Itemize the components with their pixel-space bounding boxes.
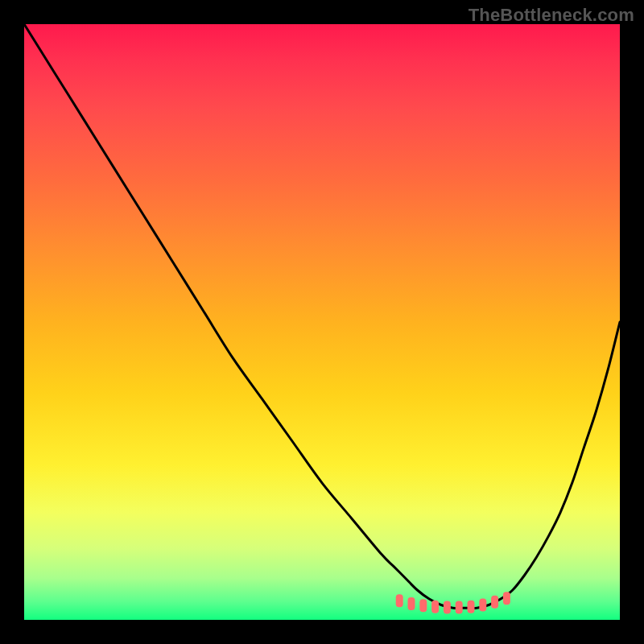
chart-frame: TheBottleneck.com [0,0,644,644]
flat-region-markers [396,592,510,613]
watermark-text: TheBottleneck.com [469,5,634,26]
marker [408,597,415,610]
marker [444,601,451,613]
bottleneck-curve-path [24,24,620,608]
marker [431,601,439,613]
bottleneck-curve [24,24,620,608]
marker [503,592,510,605]
marker [479,599,486,612]
marker [419,599,427,612]
marker [468,601,475,613]
marker [491,596,498,609]
curve-svg [24,24,620,620]
marker [396,594,403,607]
marker [456,601,463,613]
plot-area [24,24,620,620]
